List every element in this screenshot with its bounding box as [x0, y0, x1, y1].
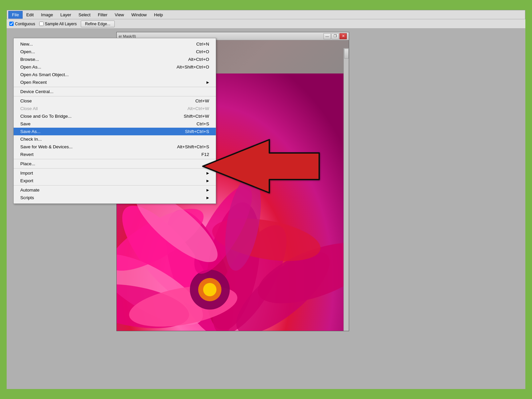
menu-save[interactable]: Save Ctrl+S	[14, 120, 216, 128]
menu-view[interactable]: View	[111, 11, 128, 19]
menu-file[interactable]: File	[8, 11, 23, 19]
menu-select[interactable]: Select	[75, 11, 94, 19]
contiguous-label: Contiguous	[9, 22, 35, 26]
menu-edit[interactable]: Edit	[23, 11, 37, 19]
menu-section-save: Close Ctrl+W Close All Alt+Ctrl+W Close …	[14, 96, 216, 159]
refine-edge-button[interactable]: Refine Edge...	[81, 21, 115, 27]
menu-scripts[interactable]: Scripts ▶	[14, 194, 216, 201]
menu-device-central[interactable]: Device Central...	[14, 88, 216, 95]
content-area: er Mask/8) — ❐ ✕	[7, 29, 525, 389]
menu-section-device: Device Central...	[14, 87, 216, 96]
sample-all-layers-label: Sample All Layers	[39, 22, 77, 26]
menu-section-place: Place...	[14, 159, 216, 169]
menu-automate[interactable]: Automate ▶	[14, 186, 216, 194]
menu-window[interactable]: Window	[128, 11, 150, 19]
menu-new[interactable]: New... Ctrl+N	[14, 40, 216, 48]
menu-export[interactable]: Export ▶	[14, 177, 216, 185]
file-dropdown-menu: New... Ctrl+N Open... Ctrl+O Browse... A…	[13, 38, 216, 204]
menu-import[interactable]: Import ▶	[14, 169, 216, 177]
menu-layer[interactable]: Layer	[57, 11, 75, 19]
menu-place[interactable]: Place...	[14, 160, 216, 168]
contiguous-checkbox[interactable]	[9, 22, 14, 26]
restore-button[interactable]: ❐	[332, 33, 339, 39]
image-window-title: er Mask/8)	[119, 34, 136, 38]
menu-section-automate: Automate ▶ Scripts ▶	[14, 186, 216, 202]
menu-save-as[interactable]: Save As... Shift+Ctrl+S	[14, 128, 216, 135]
menu-open-smart-object[interactable]: Open As Smart Object...	[14, 71, 216, 78]
sample-all-layers-checkbox[interactable]	[39, 22, 44, 26]
options-bar: Contiguous Sample All Layers Refine Edge…	[7, 19, 525, 29]
menu-section-open: New... Ctrl+N Open... Ctrl+O Browse... A…	[14, 40, 216, 87]
menu-browse[interactable]: Browse... Alt+Ctrl+O	[14, 56, 216, 63]
menu-section-import-export: Import ▶ Export ▶	[14, 169, 216, 186]
menu-close-all[interactable]: Close All Alt+Ctrl+W	[14, 105, 216, 112]
minimize-button[interactable]: —	[324, 33, 331, 39]
close-button[interactable]: ✕	[339, 33, 347, 39]
window-buttons: — ❐ ✕	[324, 33, 347, 39]
menu-close[interactable]: Close Ctrl+W	[14, 97, 216, 105]
menu-open-as[interactable]: Open As... Alt+Shift+Ctrl+O	[14, 63, 216, 71]
scroll-thumb[interactable]	[344, 49, 349, 59]
menu-check-in[interactable]: Check In...	[14, 135, 216, 143]
menu-open-recent[interactable]: Open Recent ▶	[14, 78, 216, 86]
menu-revert[interactable]: Revert F12	[14, 151, 216, 158]
menu-help[interactable]: Help	[150, 11, 167, 19]
menu-open[interactable]: Open... Ctrl+O	[14, 48, 216, 56]
menu-save-web[interactable]: Save for Web & Devices... Alt+Shift+Ctrl…	[14, 143, 216, 151]
menu-close-bridge[interactable]: Close and Go To Bridge... Shift+Ctrl+W	[14, 112, 216, 120]
vertical-scrollbar[interactable]	[343, 48, 349, 331]
menu-bar: File Edit Image Layer Select Filter View…	[7, 10, 525, 19]
photoshop-window: File Edit Image Layer Select Filter View…	[7, 10, 525, 389]
menu-filter[interactable]: Filter	[94, 11, 111, 19]
menu-image[interactable]: Image	[37, 11, 57, 19]
